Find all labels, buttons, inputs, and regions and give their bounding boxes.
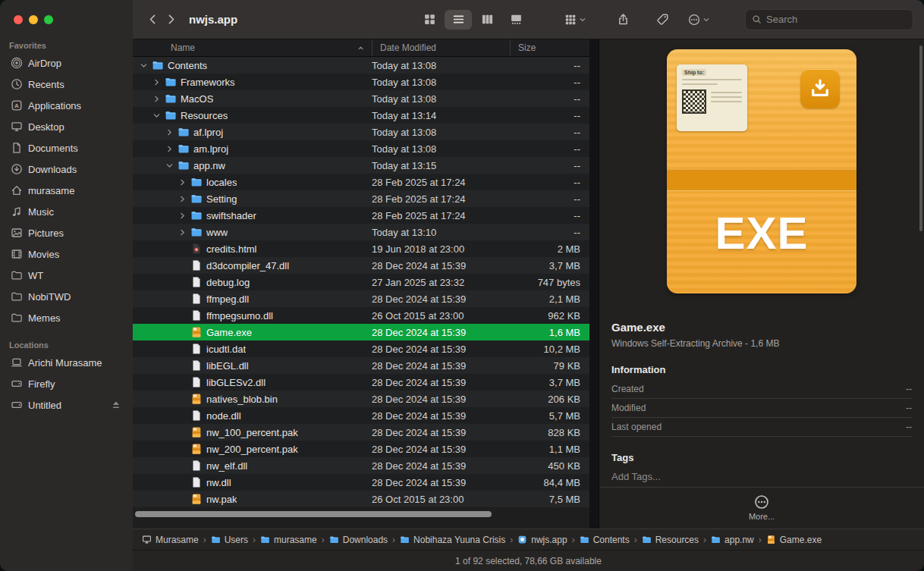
table-row[interactable]: Game.exe28 Dec 2024 at 15:391,6 MB: [133, 324, 589, 340]
sidebar-item-desktop[interactable]: Desktop: [5, 116, 128, 137]
exe-word: EXE: [667, 207, 856, 259]
table-row[interactable]: debug.log27 Jan 2025 at 23:32747 bytes: [133, 274, 589, 290]
sidebar-item-firefly[interactable]: Firefly: [5, 373, 128, 394]
table-row[interactable]: af.lprojToday at 13:08--: [133, 124, 589, 140]
column-view-button[interactable]: [473, 10, 501, 30]
sidebar-item-airdrop[interactable]: AirDrop: [5, 52, 128, 74]
table-row[interactable]: libGLESv2.dll28 Dec 2024 at 15:393,7 MB: [133, 374, 589, 391]
minimize-window-button[interactable]: [29, 15, 38, 24]
table-row[interactable]: nw.dll28 Dec 2024 at 15:3984,4 MB: [133, 474, 589, 491]
column-header-size[interactable]: Size: [510, 39, 589, 56]
table-row[interactable]: app.nwToday at 13:15--: [133, 157, 589, 174]
sidebar-item-applications[interactable]: AApplications: [5, 95, 128, 116]
tags-button[interactable]: [649, 10, 676, 30]
disclosure-triangle-icon[interactable]: [152, 94, 161, 103]
table-row[interactable]: wwwToday at 13:10--: [133, 224, 589, 240]
disclosure-triangle-icon[interactable]: [165, 161, 174, 170]
pane-divider[interactable]: [589, 39, 599, 529]
table-row[interactable]: am.lprojToday at 13:08--: [133, 140, 589, 157]
sidebar-item-wt[interactable]: WT: [5, 265, 128, 286]
close-window-button[interactable]: [14, 15, 23, 24]
table-row[interactable]: ResourcesToday at 13:14--: [133, 107, 589, 124]
path-item-contents[interactable]: Contents: [580, 535, 630, 545]
name-cell: credits.html: [133, 243, 372, 255]
disclosure-triangle-icon[interactable]: [152, 111, 161, 120]
path-item-game-exe[interactable]: Game.exe: [766, 535, 822, 545]
forward-button[interactable]: [162, 11, 180, 29]
sidebar-item-nobitwd[interactable]: NobiTWD: [5, 286, 128, 307]
search-field[interactable]: [745, 9, 913, 30]
sidebar-item-movies[interactable]: Movies: [5, 243, 128, 265]
table-row[interactable]: nw_100_percent.pak28 Dec 2024 at 15:3982…: [133, 424, 589, 441]
disclosure-triangle-icon[interactable]: [178, 194, 187, 203]
home-icon: [11, 184, 23, 196]
table-row[interactable]: nw_elf.dll28 Dec 2024 at 15:39450 KB: [133, 457, 589, 474]
sidebar-item-documents[interactable]: Documents: [5, 137, 128, 158]
back-button[interactable]: [143, 11, 162, 29]
table-row[interactable]: nw.pak26 Oct 2015 at 23:007,5 MB: [133, 491, 589, 507]
horizontal-scrollbar: [133, 507, 589, 529]
table-row[interactable]: node.dll28 Dec 2024 at 15:395,7 MB: [133, 407, 589, 424]
file-size: 84,4 MB: [510, 477, 589, 488]
disclosure-spacer: [178, 278, 187, 287]
group-by-button[interactable]: [564, 14, 586, 26]
table-row[interactable]: credits.html19 Jun 2018 at 23:002 MB: [133, 240, 589, 257]
sidebar-item-downloads[interactable]: Downloads: [5, 158, 128, 180]
folder-icon: [165, 93, 177, 105]
disclosure-triangle-icon[interactable]: [178, 177, 187, 187]
column-header-date-modified[interactable]: Date Modified: [372, 39, 510, 56]
path-item-nobihaza-yuuna-crisis[interactable]: Nobihaza Yuuna Crisis: [400, 535, 505, 545]
sidebar-item-murasame[interactable]: murasame: [5, 180, 128, 201]
table-row[interactable]: nw_200_percent.pak28 Dec 2024 at 15:391,…: [133, 441, 589, 457]
zoom-window-button[interactable]: [44, 15, 53, 24]
table-row[interactable]: d3dcompiler_47.dll28 Dec 2024 at 15:393,…: [133, 257, 589, 274]
path-item-app-nw[interactable]: app.nw: [711, 535, 754, 545]
path-item-murasame[interactable]: Murasame: [142, 535, 199, 545]
more-actions-button[interactable]: [688, 14, 710, 26]
table-row[interactable]: libEGL.dll28 Dec 2024 at 15:3979 KB: [133, 357, 589, 374]
path-item-downloads[interactable]: Downloads: [329, 535, 388, 545]
table-row[interactable]: swiftshader28 Feb 2025 at 17:24--: [133, 207, 589, 224]
column-header-name[interactable]: Name: [133, 39, 372, 56]
table-row[interactable]: Setting28 Feb 2025 at 17:24--: [133, 190, 589, 207]
sidebar-item-music[interactable]: Music: [5, 201, 128, 222]
table-row[interactable]: FrameworksToday at 13:08--: [133, 74, 589, 90]
file-list-pane: Name Date Modified Size ContentsToday at…: [133, 39, 589, 529]
horizontal-scrollbar-thumb[interactable]: [135, 511, 492, 517]
table-row[interactable]: locales28 Feb 2025 at 17:24--: [133, 174, 589, 190]
add-tags-field[interactable]: Add Tags...: [611, 471, 912, 482]
share-button[interactable]: [609, 10, 636, 30]
gallery-view-button[interactable]: [502, 10, 530, 30]
sidebar-item-pictures[interactable]: Pictures: [5, 222, 128, 243]
disclosure-triangle-icon[interactable]: [178, 227, 187, 237]
sidebar-item-untitled[interactable]: Untitled: [5, 394, 128, 416]
table-row[interactable]: natives_blob.bin28 Dec 2024 at 15:39206 …: [133, 391, 589, 407]
more-icon[interactable]: [754, 494, 769, 510]
folder-icon: [260, 535, 270, 544]
path-item-users[interactable]: Users: [211, 535, 248, 545]
disclosure-triangle-icon[interactable]: [178, 211, 187, 220]
table-row[interactable]: icudtl.dat28 Dec 2024 at 15:3910,2 MB: [133, 340, 589, 357]
search-input[interactable]: [766, 14, 907, 25]
disclosure-triangle-icon[interactable]: [165, 127, 174, 136]
path-item-nwjs-app[interactable]: nwjs.app: [517, 535, 567, 545]
disclosure-triangle-icon[interactable]: [165, 144, 174, 153]
sidebar-item-recents[interactable]: Recents: [5, 74, 128, 95]
path-item-resources[interactable]: Resources: [642, 535, 699, 545]
sidebar-item-arichi-murasame[interactable]: Arichi Murasame: [5, 352, 128, 373]
table-row[interactable]: MacOSToday at 13:08--: [133, 90, 589, 107]
sidebar-item-memes[interactable]: Memes: [5, 307, 128, 328]
table-row[interactable]: ffmpegsumo.dll26 Oct 2015 at 23:00962 KB: [133, 307, 589, 324]
path-item-murasame[interactable]: murasame: [260, 535, 317, 545]
preview-scrollbar-thumb[interactable]: [919, 45, 922, 231]
icon-view-button[interactable]: [416, 10, 443, 30]
file-name: ffmpegsumo.dll: [206, 310, 273, 322]
disclosure-triangle-icon[interactable]: [152, 77, 161, 86]
table-row[interactable]: ContentsToday at 13:08--: [133, 57, 589, 74]
disclosure-triangle-icon[interactable]: [139, 61, 148, 70]
list-view-button[interactable]: [445, 10, 472, 30]
file-name: Contents: [168, 60, 207, 71]
sidebar-item-label: NobiTWD: [28, 291, 71, 303]
file-size: 79 KB: [510, 360, 589, 372]
table-row[interactable]: ffmpeg.dll28 Dec 2024 at 15:392,1 MB: [133, 290, 589, 307]
